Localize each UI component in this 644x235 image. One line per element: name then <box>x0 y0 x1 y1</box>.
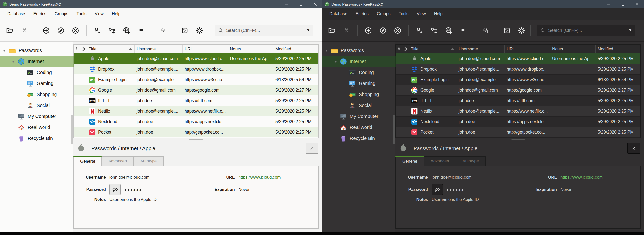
settings-button[interactable] <box>193 24 206 37</box>
entry-row-pocket[interactable]: Pocketjohn.doehttp://getpocket.co...5/29… <box>396 127 640 138</box>
expiration-column-header[interactable] <box>402 45 409 53</box>
group-coding[interactable]: Coding <box>322 67 396 78</box>
entry-row-netflix[interactable]: Netflixjohn.doe@example....https://www.n… <box>74 106 318 116</box>
entry-row-dropbox[interactable]: Dropboxjohn.doe@example....http://www.dr… <box>74 64 318 74</box>
group-passwords[interactable]: Passwords <box>322 45 396 56</box>
tree-scrollbar[interactable] <box>71 115 73 144</box>
tab-autotype[interactable]: Autotype <box>134 156 164 166</box>
edit-entry-button[interactable] <box>376 24 389 37</box>
search-input[interactable] <box>548 28 626 33</box>
entry-row-google[interactable]: Googlejohndoe@gmail.comhttps://google.co… <box>396 85 640 96</box>
menu-database[interactable]: Database <box>326 10 351 18</box>
edit-entry-button[interactable] <box>54 24 67 37</box>
group-internet[interactable]: Internet <box>322 56 396 67</box>
column-header-url[interactable]: URL <box>505 45 550 53</box>
column-header-username[interactable]: Username <box>135 45 182 53</box>
column-header-url[interactable]: URL <box>182 45 228 53</box>
toggle-password-visibility-button[interactable] <box>432 184 443 195</box>
maximize-button[interactable] <box>294 0 308 8</box>
search-help-icon[interactable]: ? <box>306 28 310 34</box>
column-header-modified[interactable]: Modified <box>274 45 318 53</box>
column-header-title[interactable]: Title <box>87 45 135 53</box>
expand-caret-icon[interactable] <box>334 60 337 62</box>
expand-caret-icon[interactable] <box>325 50 328 52</box>
delete-entry-button[interactable] <box>69 24 82 37</box>
menu-groups[interactable]: Groups <box>51 10 72 18</box>
group-social[interactable]: Social <box>322 100 396 111</box>
save-database-button[interactable] <box>340 24 353 37</box>
group-gaming[interactable]: Gaming <box>322 78 396 89</box>
group-shopping[interactable]: 1Shopping <box>322 89 396 100</box>
close-button[interactable] <box>308 0 322 8</box>
lock-database-button[interactable] <box>157 24 169 37</box>
copy-password-button[interactable] <box>428 24 440 37</box>
perform-autotype-button[interactable] <box>457 24 470 37</box>
lock-database-button[interactable] <box>479 24 492 37</box>
password-generator-button[interactable] <box>178 24 191 37</box>
entry-row-netflix[interactable]: Netflixjohn.doe@example....https://www.n… <box>396 106 640 116</box>
group-recycle-bin[interactable]: Recycle Bin <box>322 133 396 144</box>
toggle-password-visibility-button[interactable] <box>110 184 121 195</box>
tree-scrollbar[interactable] <box>393 115 395 144</box>
entry-row-ifttt[interactable]: IFTTTIFTTTjohndoehttps://ifttt.com5/29/2… <box>396 96 640 106</box>
tab-advanced[interactable]: Advanced <box>424 156 456 166</box>
column-header-title[interactable]: Title <box>409 45 457 53</box>
tab-autotype[interactable]: Autotype <box>456 156 486 166</box>
attachment-column-header[interactable] <box>74 45 80 53</box>
group-my-computer[interactable]: My Computer <box>0 111 73 122</box>
preview-close-button[interactable] <box>306 143 318 154</box>
password-generator-button[interactable] <box>500 24 513 37</box>
expiration-column-header[interactable] <box>80 45 87 53</box>
search-help-icon[interactable]: ? <box>628 28 632 34</box>
perform-autotype-button[interactable] <box>135 24 148 37</box>
menu-database[interactable]: Database <box>4 10 29 18</box>
delete-entry-button[interactable] <box>391 24 404 37</box>
entry-row-example-login[interactable]: w3Example Login ...john.doe@example....h… <box>396 74 640 85</box>
minimize-button[interactable] <box>602 0 616 8</box>
entry-row-nextcloud[interactable]: Nextcloudjohn.doehttps://apps.nextclo...… <box>74 116 318 127</box>
splitter-handle[interactable] <box>396 138 640 142</box>
group-passwords[interactable]: Passwords <box>0 45 73 56</box>
copy-username-button[interactable] <box>413 24 426 37</box>
menu-tools[interactable]: Tools <box>72 10 90 18</box>
entry-row-pocket[interactable]: Pocketjohn.doehttp://getpocket.co...5/29… <box>74 127 318 138</box>
entry-row-apple[interactable]: Applejohn.doe@icloud.comhttps://www.iclo… <box>74 54 318 64</box>
preview-close-button[interactable] <box>628 143 640 154</box>
menu-tools[interactable]: Tools <box>395 10 412 18</box>
menu-groups[interactable]: Groups <box>373 10 394 18</box>
column-header-notes[interactable]: Notes <box>550 45 596 53</box>
entry-row-apple[interactable]: Applejohn.doe@icloud.comhttps://www.iclo… <box>396 54 640 64</box>
group-gaming[interactable]: Gaming <box>0 78 73 89</box>
entry-row-nextcloud[interactable]: Nextcloudjohn.doehttps://apps.nextclo...… <box>396 116 640 127</box>
splitter-handle[interactable] <box>73 138 319 142</box>
menu-help[interactable]: Help <box>430 10 446 18</box>
copy-password-button[interactable] <box>106 24 118 37</box>
add-entry-button[interactable] <box>362 24 375 37</box>
settings-button[interactable] <box>515 24 528 37</box>
menu-view[interactable]: View <box>91 10 108 18</box>
entry-row-google[interactable]: Googlejohndoe@gmail.comhttps://google.co… <box>74 85 318 96</box>
entry-row-ifttt[interactable]: IFTTTIFTTTjohndoehttps://ifttt.com5/29/2… <box>74 96 318 106</box>
menu-entries[interactable]: Entries <box>352 10 372 18</box>
group-internet[interactable]: Internet <box>0 56 73 67</box>
search-box[interactable]: ? <box>215 25 313 36</box>
tab-advanced[interactable]: Advanced <box>102 156 134 166</box>
column-header-modified[interactable]: Modified <box>596 45 640 53</box>
expand-caret-icon[interactable] <box>12 60 15 62</box>
entry-row-dropbox[interactable]: Dropboxjohn.doe@example....http://www.dr… <box>396 64 640 74</box>
group-coding[interactable]: Coding <box>0 67 73 78</box>
search-box[interactable]: ? <box>537 25 635 36</box>
tab-general[interactable]: General <box>73 156 102 166</box>
entry-row-example-login[interactable]: w3Example Login ...john.doe@example....h… <box>74 74 318 85</box>
menu-entries[interactable]: Entries <box>30 10 50 18</box>
save-database-button[interactable] <box>18 24 31 37</box>
menu-help[interactable]: Help <box>108 10 124 18</box>
group-social[interactable]: Social <box>0 100 73 111</box>
column-header-username[interactable]: Username <box>457 45 505 53</box>
minimize-button[interactable] <box>280 0 294 8</box>
menu-view[interactable]: View <box>413 10 430 18</box>
group-real-world[interactable]: Real world <box>322 122 396 133</box>
url-link[interactable]: https://www.icloud.com <box>238 175 281 180</box>
group-recycle-bin[interactable]: Recycle Bin <box>0 133 73 144</box>
open-database-button[interactable] <box>4 24 16 37</box>
